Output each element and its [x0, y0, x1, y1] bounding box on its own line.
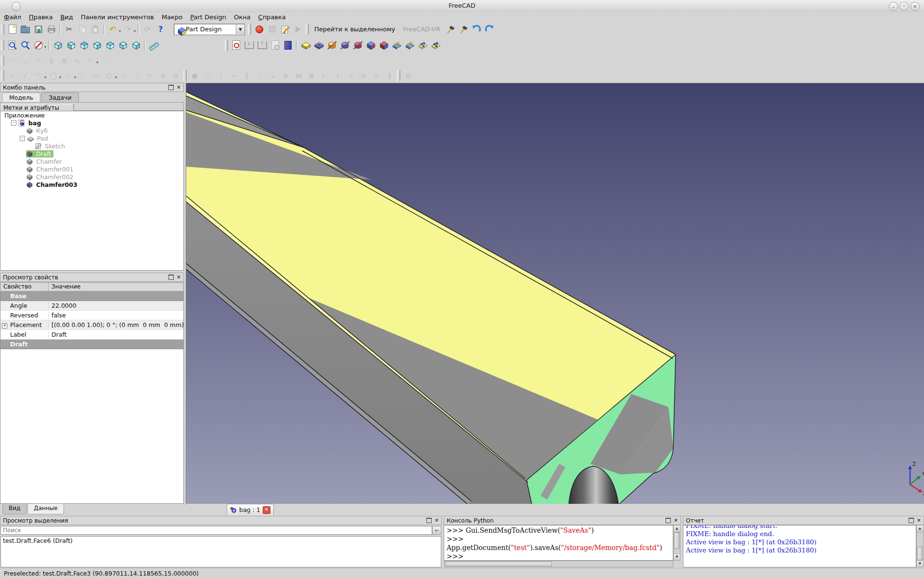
property-group-base[interactable]: Base	[0, 291, 183, 301]
scrollbar-thumb[interactable]	[445, 562, 552, 566]
close-panel-icon[interactable]: ✕	[674, 518, 678, 523]
report-vscrollbar[interactable]: ▲ ▼	[916, 525, 924, 567]
hammer-macro-2-icon[interactable]	[458, 23, 470, 35]
python-console-hscrollbar[interactable]	[444, 561, 673, 567]
view-front-icon[interactable]	[65, 39, 77, 51]
revolution-icon[interactable]	[326, 39, 338, 51]
property-value[interactable]: 22.0000	[49, 302, 183, 309]
property-row-angle[interactable]: Angle22.0000	[0, 301, 183, 311]
save-icon[interactable]	[32, 23, 44, 35]
toolbar-handle[interactable]	[1, 40, 4, 51]
toolbar-handle[interactable]	[1, 55, 4, 66]
tree-item-куб[interactable]: Куб	[0, 127, 183, 134]
menu-правка[interactable]: Правка	[25, 13, 56, 21]
toolbar-handle[interactable]	[225, 40, 228, 51]
sketch-polygon-icon-dropdown[interactable]: ▾	[115, 75, 117, 79]
goto-selection-button[interactable]: Перейти к выделенному	[310, 25, 399, 34]
import-icon[interactable]: ↓	[243, 39, 255, 51]
zoom-icon[interactable]	[19, 39, 31, 51]
groove-icon[interactable]	[339, 39, 351, 51]
open-icon[interactable]	[19, 23, 31, 35]
new-file-icon[interactable]	[6, 23, 18, 35]
report-panel-titlebar[interactable]: Отчет ✕	[683, 516, 924, 525]
tree-item-chamfer[interactable]: Chamfer	[0, 158, 183, 165]
selection-list[interactable]: test.Draft.Face6 (Draft)	[0, 536, 441, 567]
toolbar-handle[interactable]	[248, 24, 251, 35]
dock-tab-вид[interactable]: Вид	[2, 504, 26, 514]
menu-файл[interactable]: Файл	[0, 13, 25, 21]
mdi-tab-close-icon[interactable]: ✕	[263, 506, 270, 514]
draw-style-icon[interactable]	[32, 39, 44, 51]
selection-search-input[interactable]	[0, 526, 432, 535]
scroll-down-icon[interactable]: ▼	[917, 560, 923, 567]
whatsthis-icon[interactable]: ?	[154, 23, 167, 35]
toolbar-handle[interactable]	[306, 24, 309, 35]
tree-item-pad[interactable]: –Pad	[0, 134, 183, 142]
scroll-up-icon[interactable]: ▲	[674, 525, 680, 532]
tree-item-draft[interactable]: Draft	[0, 150, 183, 158]
clear-search-icon[interactable]: ←	[432, 526, 441, 535]
undo-icon-dropdown[interactable]: ▾	[119, 29, 121, 33]
tree-item-chamfer002[interactable]: Chamfer002	[0, 173, 183, 181]
float-panel-icon[interactable]	[168, 85, 174, 90]
property-row-label[interactable]: LabelDraft	[0, 330, 183, 340]
image-export-icon[interactable]	[230, 39, 242, 51]
tab-задачи[interactable]: Задачи	[41, 92, 79, 102]
toolbar-handle[interactable]	[183, 70, 187, 81]
tree-item-chamfer003[interactable]: Chamfer003	[0, 181, 183, 188]
selection-list-item[interactable]: test.Draft.Face6 (Draft)	[3, 537, 439, 544]
view-axonometric-icon[interactable]	[52, 39, 64, 51]
float-panel-icon[interactable]	[168, 275, 174, 280]
menu-part-design[interactable]: Part Design	[186, 13, 230, 21]
view-top-icon[interactable]	[78, 39, 90, 51]
float-panel-icon[interactable]	[426, 518, 432, 523]
linear-pattern-icon[interactable]	[404, 39, 416, 51]
print-icon[interactable]	[45, 23, 57, 35]
property-value[interactable]: false	[49, 312, 183, 319]
close-panel-icon[interactable]: ✕	[917, 518, 921, 523]
scrollbar-thumb[interactable]	[674, 532, 680, 549]
menu-вид[interactable]: Вид	[56, 13, 77, 21]
dropdown-arrow-icon[interactable]: ▼	[236, 25, 244, 34]
property-column-header[interactable]: Свойство	[0, 283, 49, 291]
view-right-icon[interactable]	[91, 39, 103, 51]
scrollbar-thumb[interactable]	[917, 547, 923, 560]
python-console-vscrollbar[interactable]: ▲ ▼	[673, 525, 680, 561]
python-console-content[interactable]: >>> Gui.SendMsgToActiveView("SaveAs")>>>…	[444, 525, 673, 561]
sketch-conic-icon-dropdown[interactable]: ▾	[74, 75, 76, 79]
toolbar-handle[interactable]	[1, 24, 4, 35]
macro-edit-icon[interactable]	[279, 23, 291, 35]
increase-bspline-degree-icon-dropdown[interactable]: ▾	[96, 60, 98, 65]
multi-transform-icon[interactable]	[430, 39, 442, 51]
draw-style-icon-dropdown[interactable]: ▾	[44, 45, 46, 49]
toolbar-handle[interactable]	[1, 70, 4, 81]
pad-icon[interactable]	[300, 39, 312, 51]
close-panel-icon[interactable]: ✕	[177, 85, 181, 90]
menu-справка[interactable]: Справка	[255, 13, 290, 21]
hammer-macro-1-icon[interactable]	[445, 23, 457, 35]
fit-all-icon[interactable]	[6, 39, 18, 51]
scroll-up-icon[interactable]: ▲	[917, 525, 923, 532]
help-book-icon[interactable]	[282, 39, 294, 51]
polar-pattern-icon[interactable]	[417, 39, 429, 51]
combo-panel-titlebar[interactable]: Комбо панель ✕	[0, 83, 184, 92]
tree-expander-icon[interactable]: –	[20, 136, 25, 141]
close-panel-icon[interactable]: ✕	[435, 518, 439, 523]
property-expander-icon[interactable]: +	[2, 323, 7, 328]
view-bottom-icon[interactable]	[117, 39, 129, 51]
viewport-3d[interactable]: Z Y X	[186, 83, 924, 505]
draft-icon[interactable]	[378, 39, 390, 51]
property-row-reversed[interactable]: Reversedfalse	[0, 311, 183, 320]
tree-item-chamfer001[interactable]: Chamfer001	[0, 165, 183, 173]
sketch-arc-icon-dropdown[interactable]: ▾	[44, 75, 46, 79]
python-console-titlebar[interactable]: Консоль Python ✕	[444, 516, 681, 525]
minimize-button[interactable]: ⌄	[889, 2, 898, 11]
property-panel-titlebar[interactable]: Просмотр свойств ✕	[0, 273, 184, 282]
workbench-selector[interactable]: Part Design▼	[174, 24, 245, 35]
property-value[interactable]: Draft	[49, 331, 183, 338]
model-tree[interactable]: Приложение–bagКуб–PadSketchDraftChamferC…	[0, 111, 184, 271]
tree-item-приложение[interactable]: Приложение	[0, 111, 183, 119]
menu-макро[interactable]: Макро	[158, 13, 186, 21]
scroll-down-icon[interactable]: ▼	[674, 553, 680, 560]
property-value[interactable]: [(0.00 0.00 1.00); 0 °; (0 mm 0 mm 0 mm)…	[49, 321, 183, 328]
